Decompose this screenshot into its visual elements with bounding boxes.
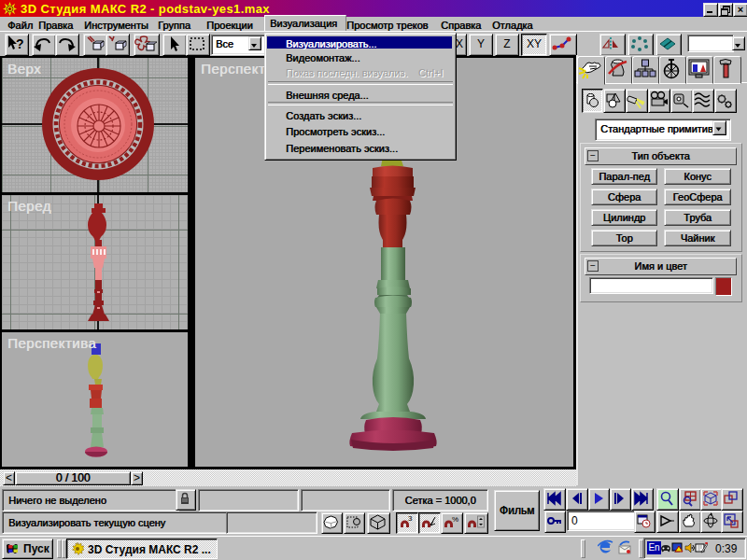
svg-text:%: % [452,515,458,524]
svg-text:?: ? [16,36,24,51]
svg-text:3: 3 [408,514,413,523]
